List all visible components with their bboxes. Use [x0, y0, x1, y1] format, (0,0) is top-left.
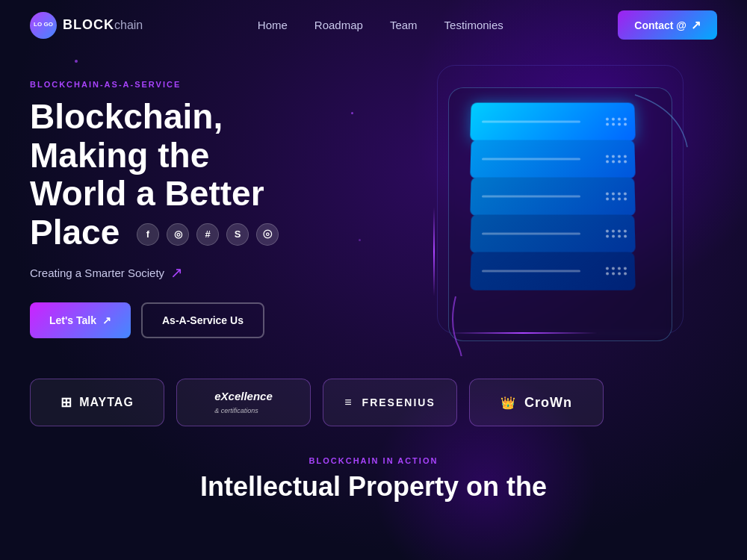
contact-button[interactable]: Contact @ ↗ [618, 10, 717, 40]
hero-section: BLOCKCHAIN-AS-A-SERVICE Blockchain, Maki… [0, 50, 747, 371]
fresenius-logo: ≡ FRESENIUS [344, 396, 435, 409]
hero-buttons: Let's Talk ↗ As-A-Service Us [30, 302, 388, 338]
crown-logo: 👑 CroWn [500, 395, 572, 411]
excellence-logo: eXcellence& certifications [214, 390, 273, 415]
deco-line-bottom [448, 332, 598, 334]
instagram-icon[interactable]: ◎ [167, 223, 189, 246]
hero-subtitle: Creating a Smarter Society ↗ [30, 264, 388, 281]
partner-maytag[interactable]: ⊞ MAYTAG [30, 379, 164, 426]
hero-title: Blockchain, Making the World a Better Pl… [30, 98, 388, 252]
blockchain-visual [426, 72, 695, 356]
partners-section: ⊞ MAYTAG eXcellence& certifications ≡ FR… [0, 371, 747, 441]
social-icons: f ◎ # S ⦾ [137, 223, 279, 246]
brand-name: BLOCKchain [63, 17, 143, 33]
section-badge: BLOCKCHAIN IN ACTION [30, 456, 717, 465]
stack-layer-3 [471, 177, 650, 216]
section-title: Intellectual Property on the [30, 471, 717, 503]
hero-left: BLOCKCHAIN-AS-A-SERVICE Blockchain, Maki… [30, 72, 388, 353]
nav-logo[interactable]: LO GO BLOCKchain [30, 12, 143, 39]
as-a-service-button[interactable]: As-A-Service Us [141, 302, 264, 338]
github-icon[interactable]: ⦾ [256, 223, 279, 246]
slack-icon[interactable]: # [196, 223, 219, 246]
partner-excellence[interactable]: eXcellence& certifications [176, 379, 311, 426]
partner-fresenius[interactable]: ≡ FRESENIUS [323, 379, 457, 426]
arrow-curve-icon: ↗ [170, 264, 183, 281]
maytag-logo: ⊞ MAYTAG [61, 394, 134, 411]
external-link-icon: ↗ [691, 18, 701, 32]
deco-line-left [433, 207, 435, 296]
hero-badge: BLOCKCHAIN-AS-A-SERVICE [30, 80, 388, 89]
logo-icon: LO GO [30, 12, 57, 39]
navbar: LO GO BLOCKchain Home Roadmap Team Testi… [0, 0, 747, 50]
stack-layer-5 [471, 252, 650, 290]
facebook-icon[interactable]: f [137, 223, 159, 246]
stack-layer-2 [471, 140, 650, 178]
lets-talk-button[interactable]: Let's Talk ↗ [30, 302, 131, 338]
external-link-icon: ↗ [102, 314, 111, 326]
stack-layer-1 [471, 102, 650, 141]
nav-home[interactable]: Home [258, 19, 288, 31]
partner-crown[interactable]: 👑 CroWn [469, 379, 604, 426]
bottom-section: BLOCKCHAIN IN ACTION Intellectual Proper… [0, 441, 747, 503]
skype-icon[interactable]: S [226, 223, 249, 246]
stack-layer-4 [471, 214, 650, 253]
nav-testimonies[interactable]: Testimonies [444, 19, 503, 31]
hero-right [403, 72, 717, 356]
nav-links: Home Roadmap Team Testimonies [258, 19, 503, 32]
stack-container [471, 102, 650, 284]
nav-team[interactable]: Team [390, 19, 418, 31]
nav-roadmap[interactable]: Roadmap [314, 19, 363, 31]
